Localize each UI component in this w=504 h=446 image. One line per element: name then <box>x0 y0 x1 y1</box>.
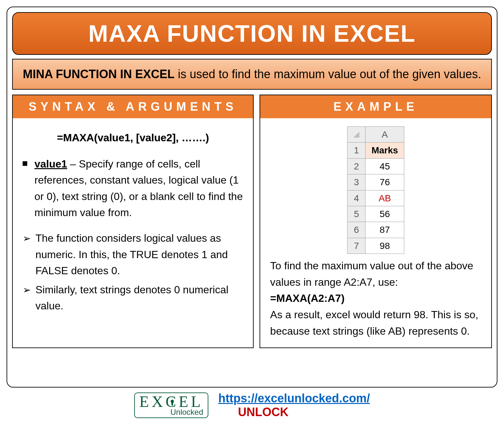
example-header: EXAMPLE <box>260 95 491 118</box>
syntax-header: SYNTAX & ARGUMENTS <box>13 95 253 118</box>
example-text: To find the maximum value out of the abo… <box>270 258 481 339</box>
footer-url[interactable]: https://excelunlocked.com/ <box>218 391 370 405</box>
document-frame: MAXA FUNCTION IN EXCEL MINA FUNCTION IN … <box>7 7 497 388</box>
cell-A4: AB <box>366 190 404 206</box>
row-num: 2 <box>347 158 366 174</box>
row-num: 3 <box>347 174 366 190</box>
title-bar: MAXA FUNCTION IN EXCEL <box>12 12 492 55</box>
cell-A6: 87 <box>366 222 404 238</box>
bullet-value1: value1 – Specify range of cells, cell re… <box>23 156 243 221</box>
select-all-cell <box>347 127 366 143</box>
cell-A5: 56 <box>366 206 404 222</box>
bullet-note1: ➢ The function considers logical values … <box>23 230 243 279</box>
svg-marker-1 <box>171 402 173 406</box>
excel-table: A 1Marks 245 376 4AB 556 687 798 <box>347 126 404 254</box>
example-panel: EXAMPLE A 1Marks 245 376 4AB 556 687 798 <box>260 95 492 348</box>
cell-A7: 98 <box>366 238 404 254</box>
arrow-bullet-icon: ➢ <box>23 282 31 314</box>
value1-desc: value1 – Specify range of cells, cell re… <box>34 156 243 221</box>
row-num: 7 <box>347 238 366 254</box>
example-formula: =MAXA(A2:A7) <box>270 292 345 304</box>
row-num: 5 <box>347 206 366 222</box>
cell-A3: 76 <box>366 174 404 190</box>
row-num: 1 <box>347 143 366 158</box>
keyhole-icon <box>170 399 175 406</box>
cell-A2: 45 <box>366 158 404 174</box>
cell-A1: Marks <box>366 143 404 158</box>
note2-text: Similarly, text strings denotes 0 numeri… <box>35 282 243 314</box>
arrow-bullet-icon: ➢ <box>23 231 31 279</box>
syntax-panel: SYNTAX & ARGUMENTS =MAXA(value1, [value2… <box>12 95 254 348</box>
logo: EXC EL Unlocked <box>134 392 209 418</box>
description-bar: MINA FUNCTION IN EXCEL is used to find t… <box>12 59 492 90</box>
col-letter-A: A <box>366 127 404 143</box>
triangle-icon <box>353 132 359 138</box>
bullet-note2: ➢ Similarly, text strings denotes 0 nume… <box>23 282 243 314</box>
example-text2: As a result, excel would return 98. This… <box>270 309 478 337</box>
page-title: MAXA FUNCTION IN EXCEL <box>16 20 488 47</box>
square-bullet-icon <box>23 161 27 166</box>
row-num: 4 <box>347 190 366 206</box>
example-body: A 1Marks 245 376 4AB 556 687 798 To find… <box>260 118 491 347</box>
footer-unlock: UNLOCK <box>238 405 288 419</box>
row-num: 6 <box>347 222 366 238</box>
description-text: is used to find the maximum value out of… <box>175 67 481 81</box>
value1-label: value1 <box>34 158 67 170</box>
syntax-formula: =MAXA(value1, [value2], …….) <box>23 130 243 146</box>
description-bold: MINA FUNCTION IN EXCEL <box>23 67 175 81</box>
footer: EXC EL Unlocked https://excelunlocked.co… <box>7 391 497 419</box>
columns: SYNTAX & ARGUMENTS =MAXA(value1, [value2… <box>12 95 492 348</box>
footer-links: https://excelunlocked.com/ UNLOCK <box>218 391 370 419</box>
example-text1: To find the maximum value out of the abo… <box>270 260 473 288</box>
syntax-body: =MAXA(value1, [value2], …….) value1 – Sp… <box>13 118 253 347</box>
logo-top: EXC EL <box>139 394 203 409</box>
note1-text: The function considers logical values as… <box>35 230 243 279</box>
